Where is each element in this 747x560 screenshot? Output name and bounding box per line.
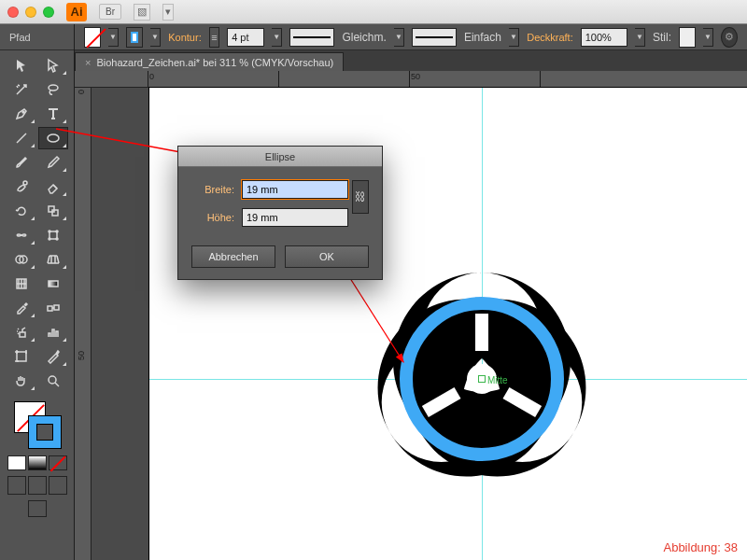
- svg-point-9: [49, 238, 50, 240]
- stroke-swatch[interactable]: [29, 416, 61, 448]
- close-tab-icon[interactable]: ×: [85, 57, 91, 68]
- perspective-grid-tool[interactable]: [38, 248, 68, 271]
- svg-rect-4: [49, 206, 54, 212]
- rotate-tool[interactable]: [7, 200, 36, 222]
- graphic-style-menu[interactable]: ▼: [703, 28, 713, 47]
- brush-menu[interactable]: ▼: [509, 28, 519, 47]
- pen-tool[interactable]: [7, 103, 36, 125]
- svg-rect-16: [54, 305, 59, 310]
- symbol-sprayer-tool[interactable]: [7, 321, 36, 343]
- horizontal-ruler[interactable]: 0 50: [75, 71, 747, 88]
- magic-wand-tool[interactable]: [7, 78, 36, 101]
- constrain-proportions-icon[interactable]: ⛓: [352, 180, 369, 214]
- ruler-h-tick: 50: [411, 72, 420, 81]
- document-tab[interactable]: × Biohazard_Zeichen.ai* bei 311 % (CMYK/…: [75, 52, 344, 71]
- svg-rect-5: [52, 210, 58, 216]
- opacity-field[interactable]: 100%: [581, 28, 627, 47]
- width-tool[interactable]: [7, 224, 36, 246]
- arrange-documents-menu[interactable]: ▾: [162, 4, 174, 21]
- stroke-color-swatch[interactable]: [126, 27, 143, 48]
- zoom-tool[interactable]: [38, 370, 68, 392]
- slice-tool[interactable]: [38, 345, 68, 368]
- ruler-v-tick: 50: [77, 351, 86, 360]
- color-mode-row: [0, 455, 74, 470]
- svg-point-7: [49, 231, 50, 232]
- screen-modes: [0, 500, 74, 517]
- style-label: Stil:: [653, 31, 671, 44]
- fill-color-swatch[interactable]: [84, 27, 101, 48]
- svg-point-2: [48, 134, 59, 142]
- gradient-tool[interactable]: [38, 273, 68, 295]
- stroke-weight-field[interactable]: 4 pt: [227, 28, 264, 47]
- svg-point-8: [56, 231, 58, 232]
- tools-panel: Pfad: [0, 24, 75, 560]
- shape-builder-tool[interactable]: [7, 248, 36, 271]
- color-mode-color[interactable]: [7, 455, 26, 470]
- stroke-weight-menu[interactable]: ▼: [272, 28, 282, 47]
- dialog-title[interactable]: Ellipse: [178, 147, 382, 167]
- blend-tool[interactable]: [38, 297, 68, 319]
- brush-definition[interactable]: [412, 28, 457, 47]
- eraser-tool[interactable]: [38, 175, 68, 198]
- scale-tool[interactable]: [38, 200, 68, 222]
- selection-tool[interactable]: [7, 54, 36, 77]
- ellipse-dialog: Ellipse Breite: 19 mm Höhe: 19 mm ⛓ Abbr…: [177, 146, 383, 280]
- draw-behind[interactable]: [28, 476, 47, 495]
- window-minimize-button[interactable]: [25, 7, 36, 18]
- color-mode-gradient[interactable]: [28, 455, 47, 470]
- cancel-button[interactable]: Abbrechen: [191, 245, 275, 268]
- ok-button[interactable]: OK: [285, 245, 369, 268]
- direct-selection-tool[interactable]: [38, 54, 68, 77]
- panel-options-icon[interactable]: ⚙: [721, 27, 738, 48]
- screen-mode-button[interactable]: [28, 500, 47, 517]
- height-label: Höhe:: [191, 212, 234, 223]
- height-input[interactable]: 19 mm: [242, 208, 348, 227]
- document-tab-title: Biohazard_Zeichen.ai* bei 311 % (CMYK/Vo…: [96, 57, 333, 68]
- width-label: Breite:: [191, 184, 234, 195]
- ellipse-tool[interactable]: [38, 127, 68, 149]
- fill-color-menu[interactable]: ▼: [108, 28, 119, 47]
- svg-point-3: [23, 181, 27, 185]
- document-tab-row: × Biohazard_Zeichen.ai* bei 311 % (CMYK/…: [0, 50, 747, 71]
- mesh-tool[interactable]: [7, 273, 36, 295]
- stroke-color-menu[interactable]: ▼: [150, 28, 161, 47]
- profile-label: Einfach: [464, 31, 501, 44]
- window-close-button[interactable]: [7, 7, 19, 18]
- type-tool[interactable]: [38, 103, 68, 125]
- column-graph-tool[interactable]: [38, 321, 68, 343]
- line-segment-tool[interactable]: [7, 127, 36, 149]
- bridge-badge[interactable]: Br: [99, 4, 121, 20]
- variable-width-profile[interactable]: [289, 28, 334, 47]
- lasso-tool[interactable]: [38, 78, 68, 101]
- svg-rect-14: [49, 281, 58, 287]
- draw-inside[interactable]: [49, 476, 67, 495]
- selection-indicator-label: Pfad: [0, 24, 74, 50]
- draw-modes: [0, 476, 74, 495]
- opacity-menu[interactable]: ▼: [635, 28, 645, 47]
- blob-brush-tool[interactable]: [7, 175, 36, 198]
- width-input[interactable]: 19 mm: [242, 180, 348, 199]
- fill-stroke-indicator[interactable]: [14, 401, 61, 448]
- pencil-tool[interactable]: [38, 151, 68, 174]
- smart-guide-center-point: [478, 375, 486, 383]
- vertical-ruler[interactable]: 0 50: [75, 88, 92, 560]
- stroke-label: Kontur:: [168, 32, 201, 43]
- svg-rect-17: [20, 332, 25, 337]
- draw-normal[interactable]: [7, 476, 26, 495]
- window-zoom-button[interactable]: [43, 7, 54, 18]
- eyedropper-tool[interactable]: [7, 297, 36, 319]
- artboard-tool[interactable]: [7, 345, 36, 368]
- color-mode-none[interactable]: [49, 455, 67, 470]
- cap-menu[interactable]: ▼: [394, 28, 404, 47]
- figure-caption: Abbildung: 38: [663, 540, 738, 554]
- stroke-weight-stepper[interactable]: ≡: [209, 27, 220, 48]
- paintbrush-tool[interactable]: [7, 151, 36, 174]
- free-transform-tool[interactable]: [38, 224, 68, 246]
- hand-tool[interactable]: [7, 370, 36, 392]
- svg-point-10: [56, 238, 58, 240]
- arrange-documents-button[interactable]: ▧: [134, 4, 150, 21]
- ruler-v-tick: 0: [77, 90, 86, 94]
- svg-point-1: [22, 111, 24, 113]
- opacity-label: Deckkraft:: [527, 32, 573, 43]
- graphic-style-swatch[interactable]: [679, 27, 696, 48]
